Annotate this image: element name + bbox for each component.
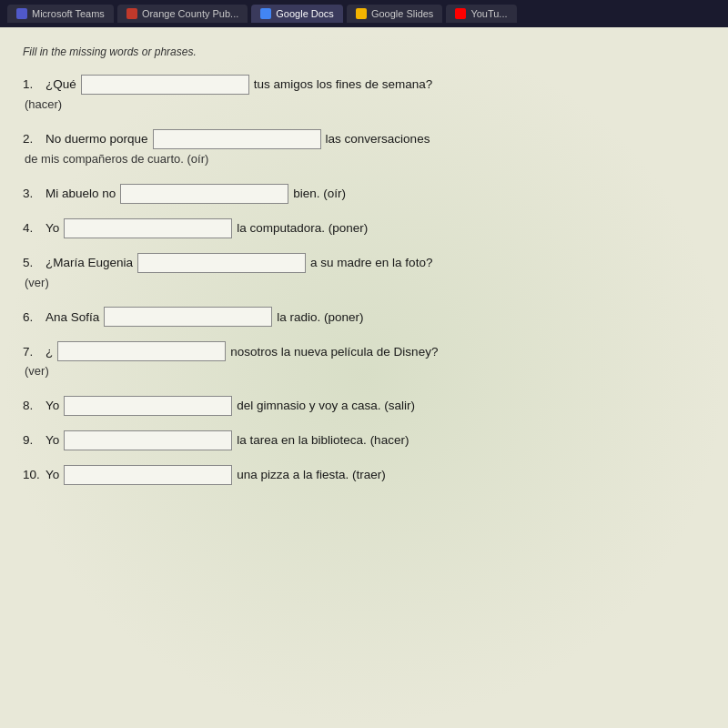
tab-google-docs[interactable]: Google Docs xyxy=(251,5,343,23)
q5-before: ¿María Eugenia xyxy=(46,253,133,273)
tab-label: Google Docs xyxy=(276,8,334,19)
q5-hint: (ver) xyxy=(25,274,705,293)
q1-input[interactable] xyxy=(81,75,249,95)
teams-icon xyxy=(16,8,27,19)
q10-input[interactable] xyxy=(64,465,232,485)
q6-after: la radio. (poner) xyxy=(277,308,363,328)
q3-input[interactable] xyxy=(120,184,288,204)
q4-before: Yo xyxy=(46,218,59,238)
tab-google-slides[interactable]: Google Slides xyxy=(347,5,443,23)
q7-number: 7. xyxy=(23,342,41,362)
question-5: 5. ¿María Eugenia a su madre en la foto?… xyxy=(23,253,705,293)
q4-input[interactable] xyxy=(64,218,232,238)
q2-after: las conversaciones xyxy=(326,129,430,149)
tab-bar: Microsoft Teams Orange County Pub... Goo… xyxy=(0,0,728,27)
q7-hint: (ver) xyxy=(25,362,705,381)
tab-label: YouTu... xyxy=(470,8,507,19)
q3-after: bien. (oír) xyxy=(293,184,346,204)
question-8: 8. Yo del gimnasio y voy a casa. (salir) xyxy=(23,396,705,416)
q10-before: Yo xyxy=(46,465,59,485)
question-2: 2. No duermo porque las conversaciones d… xyxy=(23,129,705,169)
docs-icon xyxy=(260,8,271,19)
question-4: 4. Yo la computadora. (poner) xyxy=(23,218,705,238)
q10-after: una pizza a la fiesta. (traer) xyxy=(237,465,386,485)
q4-after: la computadora. (poner) xyxy=(237,218,368,238)
youtube-icon xyxy=(455,8,466,19)
q3-before: Mi abuelo no xyxy=(46,184,116,204)
q7-before: ¿ xyxy=(46,342,53,362)
question-3: 3. Mi abuelo no bien. (oír) xyxy=(23,184,705,204)
mail-icon xyxy=(126,8,137,19)
question-1: 1. ¿Qué tus amigos los fines de semana? … xyxy=(23,75,705,115)
q5-after: a su madre en la foto? xyxy=(310,253,432,273)
q2-number: 2. xyxy=(23,129,41,149)
q8-before: Yo xyxy=(46,396,59,416)
q4-number: 4. xyxy=(23,218,41,238)
q9-before: Yo xyxy=(46,430,59,450)
q10-number: 10. xyxy=(23,465,41,485)
q8-after: del gimnasio y voy a casa. (salir) xyxy=(237,396,415,416)
q6-number: 6. xyxy=(23,308,41,328)
tab-microsoft-teams[interactable]: Microsoft Teams xyxy=(7,5,114,23)
tab-label: Microsoft Teams xyxy=(32,8,105,19)
slides-icon xyxy=(356,8,367,19)
tab-orange-county[interactable]: Orange County Pub... xyxy=(117,5,248,23)
question-7: 7. ¿ nosotros la nueva película de Disne… xyxy=(23,341,705,381)
q7-input[interactable] xyxy=(57,341,226,361)
q6-input[interactable] xyxy=(104,307,272,327)
q5-input[interactable] xyxy=(137,253,306,273)
document-content: Fill in the missing words or phrases. 1.… xyxy=(0,27,728,728)
q1-after: tus amigos los fines de semana? xyxy=(254,75,433,95)
question-6: 6. Ana Sofía la radio. (poner) xyxy=(23,307,705,327)
question-9: 9. Yo la tarea en la biblioteca. (hacer) xyxy=(23,430,705,450)
q9-number: 9. xyxy=(23,430,41,450)
q9-after: la tarea en la biblioteca. (hacer) xyxy=(237,430,409,450)
tab-label: Google Slides xyxy=(371,8,434,19)
q1-hint: (hacer) xyxy=(25,96,705,115)
q2-input[interactable] xyxy=(153,129,321,149)
question-10: 10. Yo una pizza a la fiesta. (traer) xyxy=(23,465,705,485)
q9-input[interactable] xyxy=(64,430,232,450)
q2-before: No duermo porque xyxy=(46,129,148,149)
q8-number: 8. xyxy=(23,396,41,416)
instructions-text: Fill in the missing words or phrases. xyxy=(23,46,705,58)
q8-input[interactable] xyxy=(64,396,232,416)
q6-before: Ana Sofía xyxy=(46,308,99,328)
q7-after: nosotros la nueva película de Disney? xyxy=(230,342,438,362)
q3-number: 3. xyxy=(23,184,41,204)
q1-number: 1. xyxy=(23,75,41,95)
q5-number: 5. xyxy=(23,253,41,273)
q2-hint: de mis compañeros de cuarto. (oír) xyxy=(25,150,705,169)
tab-label: Orange County Pub... xyxy=(142,8,238,19)
q1-before: ¿Qué xyxy=(46,75,76,95)
tab-youtube[interactable]: YouTu... xyxy=(446,5,516,23)
